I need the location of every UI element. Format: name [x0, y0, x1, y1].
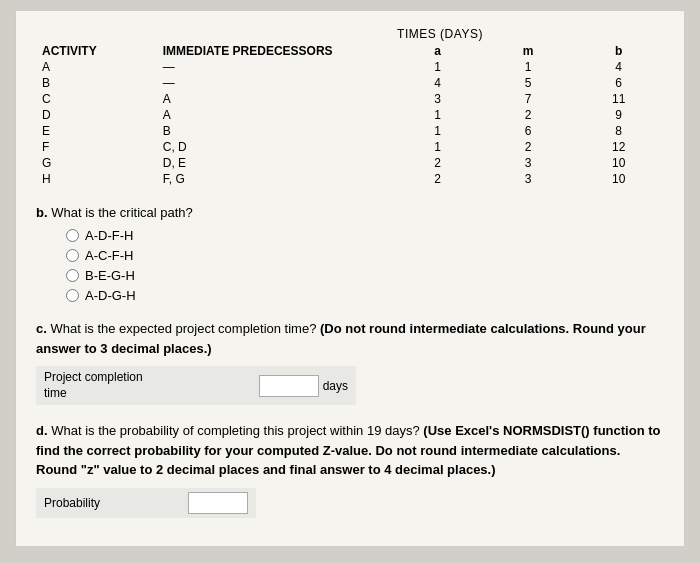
radio-label: A-C-F-H [85, 248, 133, 263]
part-d: d. What is the probability of completing… [36, 421, 664, 518]
predecessor-cell: F, G [157, 171, 392, 187]
m-cell: 2 [483, 107, 574, 123]
probability-label: Probability [44, 496, 180, 510]
radio-label: A-D-G-H [85, 288, 136, 303]
b-cell: 10 [573, 155, 664, 171]
a-cell: 1 [392, 59, 483, 75]
activity-table: ACTIVITY IMMEDIATE PREDECESSORS a m b A … [36, 43, 664, 187]
part-c-question: c. What is the expected project completi… [36, 319, 664, 358]
activity-cell: B [36, 75, 157, 91]
b-cell: 12 [573, 139, 664, 155]
predecessor-cell: A [157, 107, 392, 123]
table-row: A — 1 1 4 [36, 59, 664, 75]
activity-cell: G [36, 155, 157, 171]
col-header-a: a [392, 43, 483, 59]
m-cell: 3 [483, 155, 574, 171]
part-d-question-text: What is the probability of completing th… [51, 423, 420, 438]
part-b-question-text: What is the critical path? [51, 205, 193, 220]
predecessor-cell: A [157, 91, 392, 107]
table-row: E B 1 6 8 [36, 123, 664, 139]
col-header-b: b [573, 43, 664, 59]
table-row: B — 4 5 6 [36, 75, 664, 91]
radio-label: B-E-G-H [85, 268, 135, 283]
activity-cell: F [36, 139, 157, 155]
part-c-input-label: Project completion time [44, 370, 251, 401]
radio-input[interactable] [66, 269, 79, 282]
a-cell: 1 [392, 139, 483, 155]
a-cell: 4 [392, 75, 483, 91]
radio-option: A-D-G-H [66, 288, 664, 303]
part-b: b. What is the critical path? A-D-F-H A-… [36, 205, 664, 303]
radio-input[interactable] [66, 249, 79, 262]
radio-input[interactable] [66, 289, 79, 302]
a-cell: 2 [392, 155, 483, 171]
predecessor-cell: B [157, 123, 392, 139]
predecessor-cell: — [157, 75, 392, 91]
activity-cell: E [36, 123, 157, 139]
part-c-question-text: What is the expected project completion … [50, 321, 316, 336]
a-cell: 3 [392, 91, 483, 107]
predecessor-cell: D, E [157, 155, 392, 171]
a-cell: 2 [392, 171, 483, 187]
predecessor-cell: — [157, 59, 392, 75]
part-c-input-row: Project completion time days [36, 366, 356, 405]
m-cell: 1 [483, 59, 574, 75]
part-c-letter: c. [36, 321, 47, 336]
m-cell: 2 [483, 139, 574, 155]
b-cell: 9 [573, 107, 664, 123]
table-row: C A 3 7 11 [36, 91, 664, 107]
part-b-question: b. What is the critical path? [36, 205, 664, 220]
project-completion-input[interactable] [259, 375, 319, 397]
probability-input-row: Probability [36, 488, 256, 518]
radio-label: A-D-F-H [85, 228, 133, 243]
a-cell: 1 [392, 123, 483, 139]
b-cell: 4 [573, 59, 664, 75]
b-cell: 6 [573, 75, 664, 91]
radio-option: A-C-F-H [66, 248, 664, 263]
table-row: D A 1 2 9 [36, 107, 664, 123]
m-cell: 3 [483, 171, 574, 187]
activity-cell: C [36, 91, 157, 107]
part-b-letter: b. [36, 205, 48, 220]
probability-input[interactable] [188, 492, 248, 514]
table-row: F C, D 1 2 12 [36, 139, 664, 155]
part-c: c. What is the expected project completi… [36, 319, 664, 405]
radio-group: A-D-F-H A-C-F-H B-E-G-H A-D-G-H [66, 228, 664, 303]
activity-cell: H [36, 171, 157, 187]
part-d-letter: d. [36, 423, 48, 438]
table-row: H F, G 2 3 10 [36, 171, 664, 187]
days-unit: days [323, 379, 348, 393]
col-header-m: m [483, 43, 574, 59]
b-cell: 11 [573, 91, 664, 107]
col-header-activity: ACTIVITY [36, 43, 157, 59]
col-header-predecessors: IMMEDIATE PREDECESSORS [157, 43, 392, 59]
radio-input[interactable] [66, 229, 79, 242]
activity-cell: A [36, 59, 157, 75]
radio-option: B-E-G-H [66, 268, 664, 283]
part-d-question: d. What is the probability of completing… [36, 421, 664, 480]
m-cell: 7 [483, 91, 574, 107]
a-cell: 1 [392, 107, 483, 123]
radio-option: A-D-F-H [66, 228, 664, 243]
b-cell: 10 [573, 171, 664, 187]
table-section: TIMES (DAYS) ACTIVITY IMMEDIATE PREDECES… [36, 27, 664, 187]
activity-cell: D [36, 107, 157, 123]
m-cell: 6 [483, 123, 574, 139]
main-card: TIMES (DAYS) ACTIVITY IMMEDIATE PREDECES… [15, 10, 685, 547]
times-header: TIMES (DAYS) [216, 27, 664, 41]
predecessor-cell: C, D [157, 139, 392, 155]
table-row: G D, E 2 3 10 [36, 155, 664, 171]
b-cell: 8 [573, 123, 664, 139]
m-cell: 5 [483, 75, 574, 91]
